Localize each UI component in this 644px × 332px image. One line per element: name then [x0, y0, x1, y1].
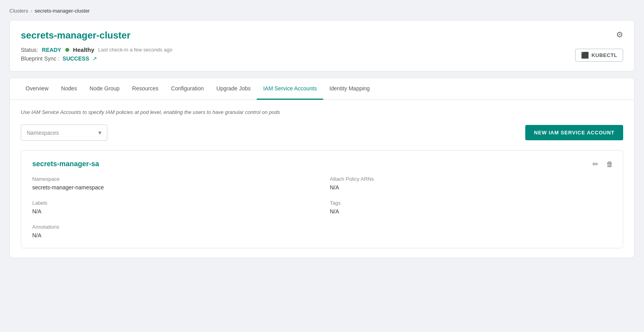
- breadcrumb-current: secrets-manager-cluster: [35, 8, 90, 14]
- status-value: READY: [42, 47, 61, 53]
- labels-field-value: N/A: [32, 208, 314, 215]
- policy-arns-field: Attach Policy ARNs N/A: [330, 176, 612, 191]
- main-card: Overview Nodes Node Group Resources Conf…: [9, 78, 635, 258]
- labels-field-label: Labels: [32, 200, 314, 206]
- blueprint-label: Blueprint Sync :: [21, 55, 59, 62]
- breadcrumb-parent[interactable]: Clusters: [9, 8, 28, 14]
- status-row: Status: READY Healthy Last check-in a fe…: [21, 46, 623, 53]
- kubectl-button[interactable]: ⬛ KUBECTL: [575, 49, 623, 62]
- namespace-select[interactable]: Namespaces ▾: [21, 125, 107, 141]
- tab-node-group[interactable]: Node Group: [83, 78, 126, 100]
- external-link-icon[interactable]: ↗: [92, 55, 97, 62]
- health-text: Healthy: [73, 46, 94, 53]
- kubectl-label: KUBECTL: [591, 52, 617, 58]
- tab-resources[interactable]: Resources: [126, 78, 165, 100]
- gear-icon: ⚙: [616, 30, 623, 39]
- delete-service-account-button[interactable]: 🗑: [605, 158, 615, 170]
- tags-field: Tags N/A: [330, 200, 612, 215]
- tab-overview[interactable]: Overview: [19, 78, 55, 100]
- cluster-title: secrets-manager-cluster: [21, 30, 623, 41]
- edit-service-account-button[interactable]: ✏: [591, 158, 600, 170]
- annotations-field-label: Annotations: [32, 224, 314, 230]
- edit-icon: ✏: [592, 160, 598, 168]
- controls-row: Namespaces ▾ NEW IAM SERVICE ACCOUNT: [21, 125, 623, 141]
- annotations-field-value: N/A: [32, 232, 314, 238]
- trash-icon: 🗑: [606, 160, 613, 168]
- tab-iam-service-accounts[interactable]: IAM Service Accounts: [257, 78, 323, 100]
- cluster-card: secrets-manager-cluster Status: READY He…: [9, 20, 635, 72]
- labels-field: Labels N/A: [32, 200, 314, 215]
- annotations-field: Annotations N/A: [32, 224, 314, 238]
- namespace-placeholder: Namespaces: [27, 130, 59, 136]
- breadcrumb-separator: ›: [31, 8, 32, 14]
- new-iam-service-account-button[interactable]: NEW IAM SERVICE ACCOUNT: [525, 125, 623, 140]
- tab-content: Use IAM Service Accounts to specify IAM …: [10, 100, 634, 258]
- tags-field-label: Tags: [330, 200, 612, 206]
- tags-field-value: N/A: [330, 208, 612, 215]
- namespace-field-label: Namespace: [32, 176, 314, 182]
- tab-upgrade-jobs[interactable]: Upgrade Jobs: [210, 78, 257, 100]
- blueprint-value: SUCCESS: [63, 55, 89, 62]
- service-account-name: secrets-manager-sa: [32, 160, 612, 168]
- policy-arns-field-value: N/A: [330, 184, 612, 191]
- tab-nodes[interactable]: Nodes: [55, 78, 83, 100]
- health-dot-icon: [65, 48, 69, 52]
- tab-configuration[interactable]: Configuration: [165, 78, 210, 100]
- service-account-card: secrets-manager-sa ✏ 🗑 Namespace secrets…: [21, 150, 623, 248]
- service-account-actions: ✏ 🗑: [591, 158, 615, 170]
- last-checkin: Last check-in a few seconds ago: [98, 47, 173, 53]
- settings-button[interactable]: ⚙: [616, 30, 623, 39]
- namespace-field: Namespace secrets-manager-namespace: [32, 176, 314, 191]
- blueprint-row: Blueprint Sync : SUCCESS ↗: [21, 55, 623, 62]
- policy-arns-field-label: Attach Policy ARNs: [330, 176, 612, 182]
- tab-description: Use IAM Service Accounts to specify IAM …: [21, 109, 623, 115]
- namespace-field-value: secrets-manager-namespace: [32, 184, 314, 191]
- status-label: Status:: [21, 47, 38, 53]
- breadcrumb: Clusters › secrets-manager-cluster: [9, 8, 635, 14]
- tabs-container: Overview Nodes Node Group Resources Conf…: [10, 78, 634, 100]
- terminal-icon: ⬛: [581, 51, 589, 59]
- chevron-down-icon: ▾: [98, 129, 101, 136]
- tab-identity-mapping[interactable]: Identity Mapping: [323, 78, 376, 100]
- service-account-details: Namespace secrets-manager-namespace Atta…: [32, 176, 612, 238]
